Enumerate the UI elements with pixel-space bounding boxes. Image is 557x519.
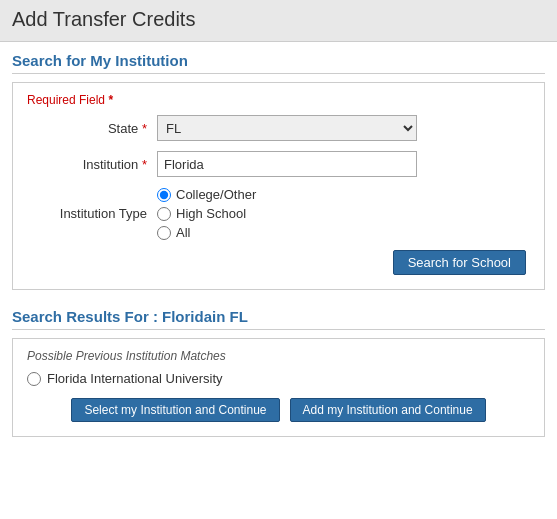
required-field-label: Required Field *	[27, 93, 530, 107]
institution-row: Institution *	[27, 151, 530, 177]
search-section-title: Search for My Institution	[12, 52, 545, 74]
institution-control	[157, 151, 530, 177]
institution-type-label: Institution Type	[27, 206, 157, 221]
radio-college-label: College/Other	[176, 187, 256, 202]
institution-match-radio[interactable]	[27, 372, 41, 386]
state-select[interactable]: FL AL GA TX NY CA	[157, 115, 417, 141]
state-control: FL AL GA TX NY CA	[157, 115, 530, 141]
institution-label: Institution *	[27, 157, 157, 172]
radio-college[interactable]: College/Other	[157, 187, 530, 202]
institution-match-item[interactable]: Florida International University	[27, 371, 530, 386]
institution-type-control: College/Other High School All	[157, 187, 530, 240]
results-button-row: Select my Institution and Continue Add m…	[27, 398, 530, 422]
search-button-row: Search for School	[27, 250, 530, 275]
state-row: State * FL AL GA TX NY CA	[27, 115, 530, 141]
radio-all-label: All	[176, 225, 190, 240]
institution-type-row: Institution Type College/Other High Scho…	[27, 187, 530, 240]
results-box: Possible Previous Institution Matches Fl…	[12, 338, 545, 437]
results-section: Search Results For : Floridain FL Possib…	[0, 302, 557, 451]
search-form-box: Required Field * State * FL AL GA TX NY …	[12, 82, 545, 290]
radio-highschool-label: High School	[176, 206, 246, 221]
search-section: Search for My Institution Required Field…	[0, 42, 557, 302]
radio-all-input[interactable]	[157, 226, 171, 240]
state-label: State *	[27, 121, 157, 136]
radio-all[interactable]: All	[157, 225, 530, 240]
select-institution-button[interactable]: Select my Institution and Continue	[71, 398, 279, 422]
institution-input[interactable]	[157, 151, 417, 177]
radio-college-input[interactable]	[157, 188, 171, 202]
page-title: Add Transfer Credits	[12, 8, 545, 31]
page-header: Add Transfer Credits	[0, 0, 557, 42]
results-section-title: Search Results For : Floridain FL	[12, 308, 545, 330]
search-for-school-button[interactable]: Search for School	[393, 250, 526, 275]
add-institution-button[interactable]: Add my Institution and Continue	[290, 398, 486, 422]
radio-highschool-input[interactable]	[157, 207, 171, 221]
institution-type-radio-group: College/Other High School All	[157, 187, 530, 240]
institution-match-name: Florida International University	[47, 371, 223, 386]
possible-matches-label: Possible Previous Institution Matches	[27, 349, 530, 363]
radio-highschool[interactable]: High School	[157, 206, 530, 221]
